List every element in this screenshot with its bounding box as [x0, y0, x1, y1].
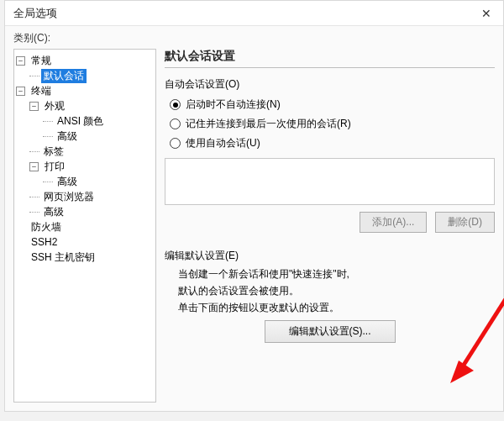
tree-node-print-advanced[interactable]: 高级	[55, 175, 80, 189]
tree-node-terminal[interactable]: 终端	[29, 84, 54, 98]
section-title: 默认会话设置	[165, 49, 495, 68]
tree-node-ssh2[interactable]: SSH2	[29, 236, 60, 248]
add-button[interactable]: 添加(A)...	[360, 212, 427, 233]
edit-default-button[interactable]: 编辑默认设置(S)...	[265, 320, 396, 343]
tree-node-print[interactable]: 打印	[42, 160, 67, 174]
tree-node-default-session[interactable]: 默认会话	[41, 69, 87, 83]
tree-node-appearance[interactable]: 外观	[42, 99, 67, 113]
tree-node-term-advanced[interactable]: 高级	[41, 205, 66, 219]
radio-icon	[170, 99, 181, 110]
category-label: 类别(C):	[13, 31, 495, 45]
collapse-icon[interactable]: −	[29, 162, 39, 171]
category-tree[interactable]: −常规 默认会话 −终端 −外观 ANSI 颜色 高级 标签 −打印 高级 网页…	[13, 49, 156, 403]
edit-desc-line: 单击下面的按钮以更改默认的设置。	[178, 300, 495, 315]
edit-desc-line: 当创建一个新会话和使用"快速连接"时,	[178, 266, 495, 282]
auto-session-listbox[interactable]	[165, 158, 495, 205]
titlebar: 全局选项 ✕	[5, 1, 503, 26]
close-icon[interactable]: ✕	[476, 3, 496, 24]
radio-use-auto[interactable]: 使用自动会话(U)	[170, 136, 495, 150]
tree-node-ansi-color[interactable]: ANSI 颜色	[55, 114, 106, 129]
edit-default-label: 编辑默认设置(E)	[165, 249, 495, 263]
radio-label: 记住并连接到最后一次使用的会话(R)	[186, 117, 351, 131]
radio-label: 使用自动会话(U)	[186, 136, 260, 150]
tree-node-general[interactable]: 常规	[29, 54, 54, 68]
radio-no-autoconnect[interactable]: 启动时不自动连接(N)	[170, 97, 495, 112]
options-window: 全局选项 ✕ 类别(C): −常规 默认会话 −终端 −外观 ANSI 颜色 高…	[4, 0, 504, 412]
delete-button[interactable]: 删除(D)	[435, 212, 495, 233]
collapse-icon[interactable]: −	[29, 102, 39, 111]
tree-node-tabs[interactable]: 标签	[41, 145, 66, 159]
radio-remember-last[interactable]: 记住并连接到最后一次使用的会话(R)	[170, 117, 495, 131]
auto-session-label: 自动会话设置(O)	[165, 77, 495, 92]
tree-connector	[29, 76, 39, 76]
collapse-icon[interactable]: −	[16, 56, 25, 66]
collapse-icon[interactable]: −	[16, 87, 25, 96]
radio-label: 启动时不自动连接(N)	[186, 97, 281, 112]
tree-node-advanced[interactable]: 高级	[55, 129, 80, 144]
tree-node-firewall[interactable]: 防火墙	[29, 220, 64, 234]
svg-marker-1	[450, 360, 474, 383]
edit-desc-line: 默认的会话设置会被使用。	[178, 283, 495, 298]
radio-icon	[170, 118, 181, 129]
window-title: 全局选项	[13, 6, 57, 21]
tree-node-webbrowser[interactable]: 网页浏览器	[41, 190, 97, 204]
radio-icon	[170, 138, 181, 149]
tree-node-ssh-hostkey[interactable]: SSH 主机密钥	[29, 250, 97, 265]
